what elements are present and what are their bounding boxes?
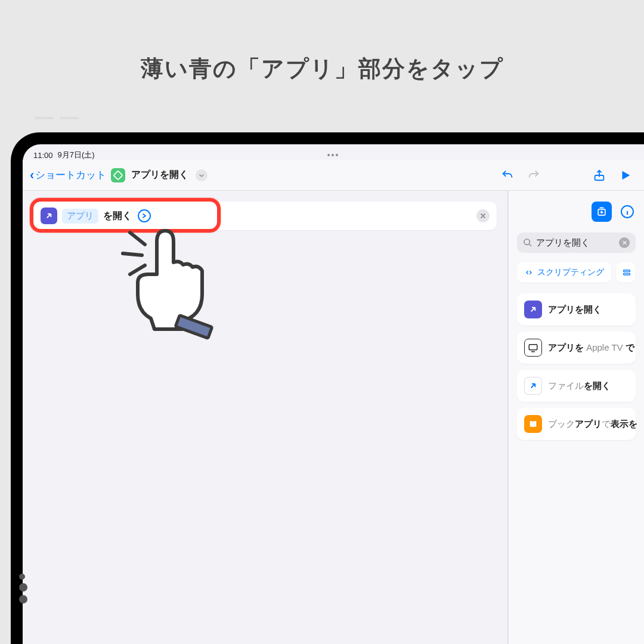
status-time: 11:00 <box>33 151 53 160</box>
svg-rect-0 <box>114 171 123 179</box>
frame-buttons <box>19 574 27 603</box>
open-app-icon <box>524 301 542 318</box>
svg-rect-9 <box>624 270 630 272</box>
open-app-action-icon <box>41 208 57 224</box>
result-item-books[interactable]: ブックアプリで表示を <box>517 408 636 440</box>
library-button[interactable] <box>592 202 612 222</box>
back-button[interactable]: ‹ ショートカット <box>30 168 106 183</box>
appletv-icon <box>524 339 542 357</box>
back-label: ショートカット <box>35 168 106 182</box>
category-icon <box>622 268 631 277</box>
search-input[interactable] <box>536 238 615 248</box>
page-title: アプリを開く <box>131 169 188 181</box>
open-file-icon <box>524 377 542 395</box>
share-button[interactable] <box>588 164 611 187</box>
status-bar: 11:00 9月7日(土) ••• <box>23 144 644 160</box>
run-button[interactable] <box>614 164 637 187</box>
screen: 11:00 9月7日(土) ••• ‹ ショートカット アプリを開く <box>23 144 644 644</box>
info-button[interactable] <box>619 203 636 220</box>
svg-line-4 <box>130 265 145 274</box>
workflow-canvas[interactable]: アプリ を開く <box>23 191 508 644</box>
svg-rect-5 <box>175 315 212 339</box>
expand-action-button[interactable] <box>138 209 151 222</box>
search-results: アプリを開く アプリを Apple TV で ファイルを開く <box>517 293 636 440</box>
action-card-open-app[interactable]: アプリ を開く <box>33 202 497 230</box>
nav-toolbar: ‹ ショートカット アプリを開く <box>23 160 644 191</box>
hand-pointer-icon <box>112 221 231 342</box>
svg-line-2 <box>130 233 145 244</box>
svg-point-8 <box>524 239 530 244</box>
actions-sidebar: ✕ スクリプティング <box>508 191 644 644</box>
result-item-open-file[interactable]: ファイルを開く <box>517 370 636 402</box>
multitask-dots-icon[interactable]: ••• <box>327 150 340 160</box>
clear-search-button[interactable]: ✕ <box>619 237 630 248</box>
svg-rect-11 <box>529 345 537 350</box>
category-chip-scripting[interactable]: スクリプティング <box>517 262 611 283</box>
undo-button[interactable] <box>496 164 519 187</box>
result-item-apple-tv[interactable]: アプリを Apple TV で <box>517 332 636 364</box>
redo-button[interactable] <box>522 164 545 187</box>
app-parameter-token[interactable]: アプリ <box>62 209 98 224</box>
books-app-icon <box>524 415 542 433</box>
remove-action-button[interactable] <box>476 209 490 222</box>
shortcut-app-icon <box>111 168 125 182</box>
category-chip-partial[interactable] <box>616 262 635 283</box>
svg-rect-10 <box>624 273 630 275</box>
svg-line-3 <box>123 253 142 255</box>
title-dropdown-button[interactable] <box>196 169 208 181</box>
search-field[interactable]: ✕ <box>517 233 636 253</box>
scripting-icon <box>524 268 534 277</box>
chevron-left-icon: ‹ <box>30 168 34 183</box>
ipad-frame: 11:00 9月7日(土) ••• ‹ ショートカット アプリを開く <box>11 132 644 644</box>
status-date: 9月7日(土) <box>58 150 95 160</box>
search-icon <box>523 238 532 247</box>
partial-tabs <box>35 117 79 119</box>
instruction-caption: 薄い青の「アプリ」部分をタップ <box>0 0 644 114</box>
action-suffix-text: を開く <box>103 210 132 222</box>
result-item-open-app[interactable]: アプリを開く <box>517 293 636 326</box>
